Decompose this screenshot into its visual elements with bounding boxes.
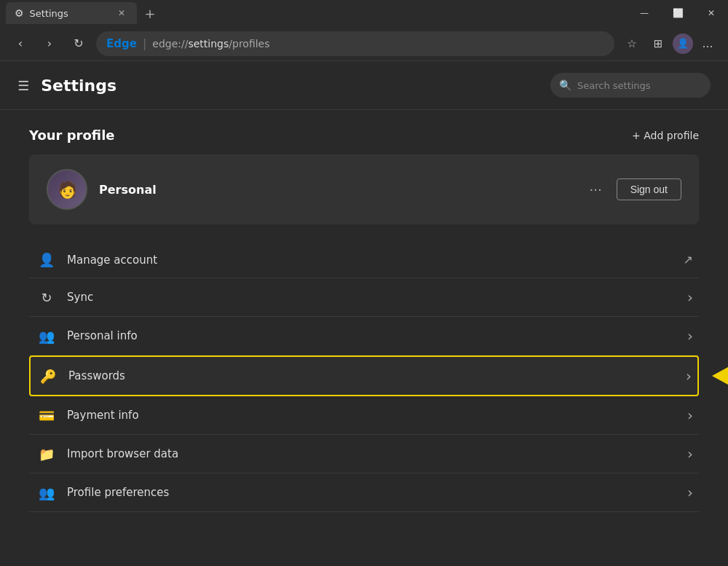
settings-menu-list: 👤Manage account↗↻Sync›👥Personal info›🔑Pa…: [29, 242, 699, 512]
import-browser-data-label: Import browser data: [67, 447, 687, 460]
maximize-button[interactable]: ⬜: [661, 0, 695, 26]
settings-title-area: ☰ Settings: [17, 76, 116, 95]
tab-area: ⚙ Settings ✕ +: [6, 2, 160, 24]
payment-info-arrow: ›: [687, 406, 693, 424]
navbar: ‹ › ↻ Edge | edge://settings/profiles ☆ …: [0, 26, 728, 61]
avatar: 🧑: [47, 169, 87, 210]
passwords-arrow: ›: [686, 367, 692, 385]
profile-preferences-icon: 👥: [35, 485, 58, 500]
add-profile-button[interactable]: + Add profile: [632, 130, 699, 141]
refresh-button[interactable]: ↻: [67, 32, 90, 55]
active-tab[interactable]: ⚙ Settings ✕: [6, 2, 137, 24]
sync-icon: ↻: [35, 290, 58, 305]
profile-section-header: Your profile + Add profile: [29, 127, 699, 143]
menu-item-import-browser-data[interactable]: 📁Import browser data›: [29, 435, 699, 473]
sign-out-button[interactable]: Sign out: [617, 178, 681, 200]
manage-account-icon: 👤: [35, 252, 58, 267]
titlebar: ⚙ Settings ✕ + — ⬜ ✕: [0, 0, 728, 26]
payment-info-icon: 💳: [35, 408, 58, 423]
edge-logo: Edge: [106, 37, 137, 50]
menu-item-personal-info[interactable]: 👥Personal info›: [29, 317, 699, 355]
back-button[interactable]: ‹: [9, 32, 32, 55]
payment-info-label: Payment info: [67, 409, 687, 422]
add-profile-label: + Add profile: [632, 130, 699, 141]
passwords-label: Passwords: [68, 369, 686, 382]
more-button[interactable]: …: [696, 32, 719, 55]
menu-item-sync[interactable]: ↻Sync›: [29, 278, 699, 317]
arrow-head: [712, 360, 728, 392]
address-bar[interactable]: Edge | edge://settings/profiles: [96, 31, 614, 56]
close-button[interactable]: ✕: [695, 0, 728, 26]
tab-close-button[interactable]: ✕: [115, 7, 128, 20]
avatar-icon: 🧑: [58, 181, 77, 199]
favorites-button[interactable]: ☆: [620, 32, 644, 55]
import-browser-data-icon: 📁: [35, 447, 58, 462]
search-placeholder: Search settings: [577, 80, 651, 91]
profile-nav-button[interactable]: 👤: [673, 34, 693, 54]
profile-left: 🧑 Personal: [47, 169, 157, 210]
tab-title: Settings: [30, 8, 109, 19]
settings-page: ☰ Settings 🔍 Search settings Your profil…: [0, 61, 728, 566]
profile-card: 🧑 Personal ··· Sign out: [29, 154, 699, 224]
search-icon: 🔍: [559, 79, 571, 91]
hamburger-icon[interactable]: ☰: [17, 78, 29, 93]
profile-name: Personal: [99, 183, 157, 197]
url-settings-highlight: settings: [188, 38, 229, 50]
passwords-icon: 🔑: [36, 369, 60, 384]
import-browser-data-arrow: ›: [687, 445, 693, 463]
minimize-button[interactable]: —: [628, 0, 661, 26]
settings-header: ☰ Settings 🔍 Search settings: [0, 61, 728, 110]
settings-tab-icon: ⚙: [15, 7, 24, 19]
profile-preferences-label: Profile preferences: [67, 486, 687, 499]
collections-button[interactable]: ⊞: [646, 32, 670, 55]
menu-item-manage-account[interactable]: 👤Manage account↗: [29, 242, 699, 278]
personal-info-arrow: ›: [687, 327, 693, 345]
menu-item-payment-info[interactable]: 💳Payment info›: [29, 396, 699, 435]
page-title: Settings: [41, 76, 116, 95]
more-options-button[interactable]: ···: [583, 179, 607, 200]
titlebar-left: ⚙ Settings ✕ +: [0, 2, 628, 24]
forward-button[interactable]: ›: [38, 32, 61, 55]
personal-info-label: Personal info: [67, 329, 687, 342]
new-tab-button[interactable]: +: [140, 3, 160, 23]
settings-content: Your profile + Add profile 🧑 Personal ··…: [0, 110, 728, 566]
menu-item-profile-preferences[interactable]: 👥Profile preferences›: [29, 473, 699, 512]
address-separator: |: [143, 36, 146, 50]
yellow-arrow-annotation: [712, 360, 728, 392]
profile-preferences-arrow: ›: [687, 484, 693, 501]
sync-arrow: ›: [687, 288, 693, 306]
profile-right: ··· Sign out: [583, 178, 681, 200]
menu-item-passwords[interactable]: 🔑Passwords›: [29, 355, 699, 396]
address-url: edge://settings/profiles: [152, 38, 269, 50]
search-settings-box[interactable]: 🔍 Search settings: [550, 73, 711, 98]
window-controls: — ⬜ ✕: [628, 0, 728, 26]
personal-info-icon: 👥: [35, 329, 58, 344]
manage-account-label: Manage account: [67, 253, 684, 267]
nav-icons-right: ☆ ⊞ 👤 …: [620, 32, 719, 55]
sync-label: Sync: [67, 291, 687, 304]
manage-account-arrow: ↗: [684, 253, 693, 267]
profile-section-title: Your profile: [29, 127, 115, 143]
